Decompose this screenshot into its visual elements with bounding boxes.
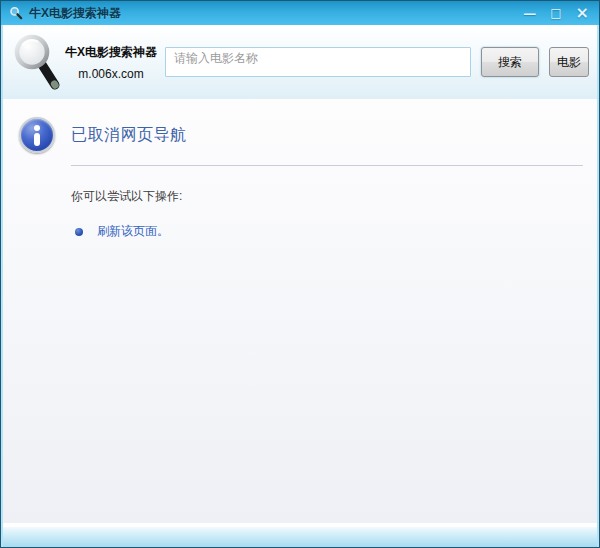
error-heading: 已取消网页导航 — [71, 125, 187, 146]
minimize-icon[interactable]: — — [523, 7, 536, 20]
app-url: m.006x.com — [78, 67, 143, 81]
magnifier-icon — [11, 34, 63, 92]
suggestion-intro: 你可以尝试以下操作: — [71, 188, 583, 205]
app-meta: 牛X电影搜索神器 m.006x.com — [65, 44, 157, 81]
refresh-list-item: 刷新该页面。 — [75, 223, 583, 240]
error-page: 已取消网页导航 你可以尝试以下操作: 刷新该页面。 — [3, 99, 597, 523]
search-header: 牛X电影搜索神器 m.006x.com 搜索 电影 — [3, 25, 597, 99]
search-input[interactable] — [165, 47, 471, 77]
titlebar[interactable]: 牛X电影搜索神器 — □ × — [1, 1, 599, 25]
search-button[interactable]: 搜索 — [481, 47, 539, 77]
info-icon — [19, 117, 55, 153]
divider — [71, 165, 583, 166]
window-body: 牛X电影搜索神器 m.006x.com 搜索 电影 已取消网页导航 你可以尝试以… — [1, 25, 599, 547]
window-controls: — □ × — [523, 5, 589, 21]
window-title: 牛X电影搜索神器 — [29, 5, 121, 22]
maximize-icon[interactable]: □ — [550, 7, 561, 19]
close-icon[interactable]: × — [576, 5, 589, 21]
bullet-icon — [75, 228, 83, 236]
app-name: 牛X电影搜索神器 — [65, 44, 157, 61]
refresh-page-link[interactable]: 刷新该页面。 — [97, 223, 169, 240]
window-footer — [3, 527, 597, 547]
movie-button[interactable]: 电影 — [549, 47, 589, 77]
magnifier-icon — [9, 6, 23, 20]
error-header-row: 已取消网页导航 — [19, 117, 583, 153]
app-window: 牛X电影搜索神器 — □ × — [0, 0, 600, 548]
